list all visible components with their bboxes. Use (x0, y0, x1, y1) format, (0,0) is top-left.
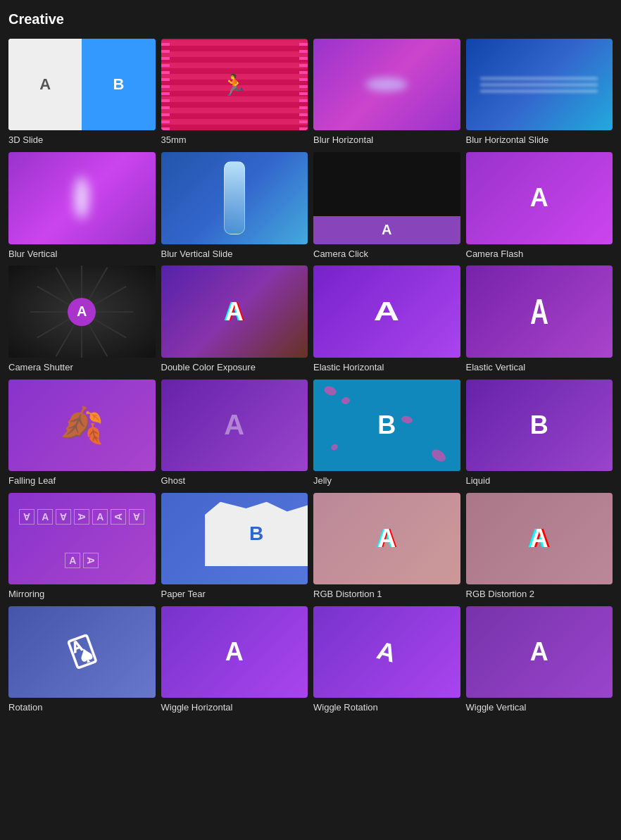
effect-label: Liquid (466, 475, 613, 487)
mirror-letter: A (56, 509, 71, 525)
list-item[interactable]: A A A A A A A A A Mirroring (8, 493, 156, 601)
ghost-letter: A (224, 409, 244, 441)
elastic-h-letter: A (374, 297, 399, 327)
effect-thumbnail[interactable] (161, 152, 308, 244)
camera-dark-area (313, 152, 460, 216)
effect-label: Blur Vertical (8, 249, 156, 261)
effect-thumbnail[interactable]: A (466, 606, 613, 698)
list-item[interactable]: B Paper Tear (161, 493, 308, 601)
list-item[interactable]: Blur Vertical Slide (161, 152, 308, 260)
list-item[interactable]: B Liquid (466, 380, 613, 487)
effect-thumbnail[interactable] (466, 39, 613, 130)
effect-label: Camera Click (313, 249, 460, 261)
list-item[interactable]: Blur Horizontal Slide (466, 39, 613, 146)
list-item[interactable]: A RGB Distortion 1 (313, 493, 460, 601)
paper-tear-letter: B (249, 522, 263, 545)
wiggle-r-letter: A (374, 636, 399, 669)
effect-thumbnail[interactable]: A (313, 152, 460, 244)
effect-thumbnail[interactable]: 🂡 (8, 606, 156, 698)
list-item[interactable]: A Camera Click (313, 152, 460, 260)
mirror-letter: A (65, 553, 80, 568)
wiggle-h-letter: A (225, 637, 244, 667)
list-item[interactable]: A Wiggle Rotation (313, 606, 460, 714)
effects-grid: A B 3D Slide 🏃 35mm Blur Horizontal (8, 39, 613, 714)
list-item[interactable]: A Double Color Exposure (161, 265, 308, 373)
effect-thumbnail[interactable]: A (313, 265, 460, 357)
effect-label: Double Color Exposure (161, 362, 308, 374)
mirror-letter: A (129, 509, 144, 525)
list-item[interactable]: Blur Horizontal (313, 39, 460, 146)
effect-label: Mirroring (8, 589, 156, 601)
leaf-icon: 🍂 (60, 405, 104, 446)
list-item[interactable]: Blur Vertical (8, 152, 156, 260)
effect-thumbnail[interactable]: B (161, 493, 308, 584)
effect-thumbnail[interactable]: B (466, 380, 613, 471)
list-item[interactable]: A Camera Flash (466, 152, 613, 260)
wiggle-v-letter: A (530, 637, 548, 667)
effect-thumbnail[interactable]: A (313, 606, 460, 698)
list-item[interactable]: A Wiggle Vertical (466, 606, 613, 714)
effect-label: Elastic Vertical (466, 362, 613, 374)
effect-thumbnail[interactable]: B (313, 380, 460, 471)
effect-label: Elastic Horizontal (313, 362, 460, 374)
effect-label: 3D Slide (8, 134, 156, 146)
blur-line (480, 84, 598, 86)
effect-thumbnail[interactable]: A (8, 265, 156, 357)
list-item[interactable]: 🏃 35mm (161, 39, 308, 146)
list-item[interactable]: B Jelly (313, 380, 460, 487)
effect-label: Blur Horizontal Slide (466, 134, 613, 146)
list-item[interactable]: 🂡 Rotation (8, 606, 156, 714)
effect-label: 35mm (161, 134, 308, 146)
effect-thumbnail[interactable]: A (161, 265, 308, 357)
effect-label: Jelly (313, 475, 460, 487)
effect-label: Wiggle Horizontal (161, 702, 308, 714)
liquid-letter: B (530, 410, 548, 440)
effect-thumbnail[interactable]: A B (8, 39, 156, 130)
effect-label: Ghost (161, 475, 308, 487)
film-figure: 🏃 (221, 73, 247, 97)
jelly-splatter (322, 384, 337, 396)
list-item[interactable]: A Camera Shutter (8, 265, 156, 373)
effect-thumbnail[interactable]: 🏃 (161, 39, 308, 130)
effect-label: Wiggle Rotation (313, 702, 460, 714)
list-item[interactable]: 🍂 Falling Leaf (8, 380, 156, 487)
effect-thumbnail[interactable]: A (466, 152, 613, 244)
list-item[interactable]: A Elastic Horizontal (313, 265, 460, 373)
effect-label: Wiggle Vertical (466, 702, 613, 714)
list-item[interactable]: A Elastic Vertical (466, 265, 613, 373)
camera-bar: A (313, 216, 460, 244)
effect-label: Falling Leaf (8, 475, 156, 487)
effect-label: RGB Distortion 1 (313, 589, 460, 601)
double-color-letter: A (225, 297, 244, 327)
torn-paper-shape: B (205, 502, 308, 566)
section-title: Creative (8, 11, 613, 27)
blur-shape (365, 77, 408, 92)
effect-label: Blur Vertical Slide (161, 249, 308, 261)
jelly-splatter (429, 447, 447, 464)
effect-label: Paper Tear (161, 589, 308, 601)
effect-thumbnail[interactable]: A (466, 265, 613, 357)
effect-thumbnail[interactable]: A (161, 380, 308, 471)
effect-thumbnail[interactable]: A A A A A A A A A (8, 493, 156, 584)
list-item[interactable]: A B 3D Slide (8, 39, 156, 146)
tube-shape (224, 161, 245, 234)
blur-line (480, 77, 598, 80)
effect-thumbnail[interactable] (313, 39, 460, 130)
effect-thumbnail[interactable] (8, 152, 156, 244)
effect-thumbnail[interactable]: A (161, 606, 308, 698)
effect-thumbnail[interactable]: A (313, 493, 460, 584)
list-item[interactable]: A RGB Distortion 2 (466, 493, 613, 601)
list-item[interactable]: A Wiggle Horizontal (161, 606, 308, 714)
mirror-letter: A (19, 509, 34, 525)
effect-thumbnail[interactable]: 🍂 (8, 380, 156, 471)
page-container: Creative A B 3D Slide 🏃 35mm Blur Hori (0, 0, 621, 725)
rgb1-letter: A (377, 524, 396, 553)
mirror-letter: A (92, 509, 108, 525)
list-item[interactable]: A Ghost (161, 380, 308, 487)
jelly-splatter (401, 415, 413, 424)
mirror-letter: A (83, 553, 99, 568)
slide-a-label: A (8, 39, 82, 130)
elastic-v-letter: A (530, 291, 548, 332)
effect-thumbnail[interactable]: A (466, 493, 613, 584)
jelly-splatter (330, 443, 339, 451)
